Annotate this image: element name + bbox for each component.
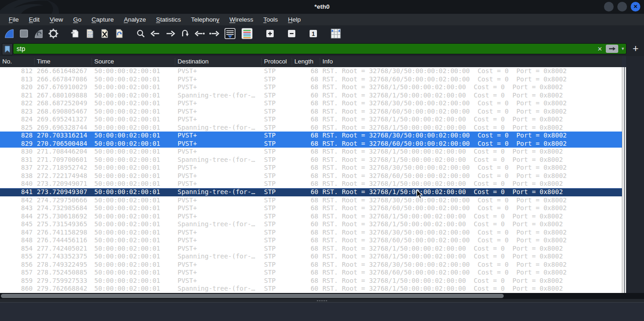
curved-arrow-icon	[180, 29, 190, 39]
window-title: *eth0	[0, 0, 644, 14]
close-button[interactable]: ✕	[631, 2, 640, 11]
menu-file[interactable]: File	[4, 15, 24, 24]
packet-row[interactable]: 838272.72217494850:00:00:02:00:01PVST+ST…	[0, 172, 622, 180]
arrow-left-icon	[150, 29, 161, 38]
packet-row[interactable]: 822268.68725204950:00:00:02:00:01PVST+ST…	[0, 99, 622, 108]
menu-telephony[interactable]: Telephony	[186, 15, 224, 24]
column-header-length[interactable]: Length	[292, 58, 320, 65]
packet-row[interactable]: 841273.72094930750:00:00:02:00:01Spannin…	[0, 188, 622, 196]
restart-fin-icon	[33, 28, 44, 39]
arrow-right-dot-icon	[208, 29, 220, 38]
packet-row[interactable]: 830271.70844620450:00:00:02:00:01PVST+ST…	[0, 148, 622, 156]
packet-row[interactable]: 837272.71895274250:00:00:02:00:01PVST+ST…	[0, 164, 622, 172]
filter-apply-button[interactable]	[606, 45, 618, 53]
menu-capture[interactable]: Capture	[86, 15, 119, 24]
detail-pane-empty	[0, 302, 644, 321]
column-header-no[interactable]: No.	[0, 58, 34, 65]
filter-bookmark-button[interactable]	[2, 43, 13, 55]
packet-row[interactable]: 824269.69524132750:00:00:02:00:01PVST+ST…	[0, 115, 622, 124]
pane-splitter[interactable]	[0, 299, 644, 302]
bookmark-icon	[5, 46, 10, 53]
resize-columns-icon	[329, 28, 342, 40]
menu-go[interactable]: Go	[68, 15, 86, 24]
column-header-destination[interactable]: Destination	[175, 58, 262, 65]
menu-view[interactable]: View	[45, 15, 68, 24]
packet-row[interactable]: 840273.72094907150:00:00:02:00:01PVST+ST…	[0, 180, 622, 188]
minimize-button[interactable]	[604, 2, 614, 11]
display-filter-input[interactable]	[13, 45, 595, 52]
packet-row[interactable]: 860279.76266884250:00:00:02:00:01Spannin…	[0, 285, 622, 293]
packet-row[interactable]: 823268.69080546750:00:00:02:00:01PVST+ST…	[0, 108, 622, 116]
packet-row[interactable]: 848276.74445611650:00:00:02:00:01PVST+ST…	[0, 236, 622, 245]
packet-row[interactable]: 820267.67691002950:00:00:02:00:01PVST+ST…	[0, 83, 622, 92]
packet-row[interactable]: 859279.75992753350:00:00:02:00:01PVST+ST…	[0, 277, 622, 285]
packet-row[interactable]: 843274.73298568450:00:00:02:00:01PVST+ST…	[0, 204, 622, 212]
filter-clear-icon[interactable]: ✕	[595, 46, 604, 52]
go-forward-button[interactable]	[163, 27, 177, 40]
arrow-right-icon	[165, 29, 176, 38]
right-panel-band	[626, 56, 644, 293]
zoom-in-button[interactable]	[263, 27, 276, 40]
vertical-scrollbar[interactable]	[622, 67, 626, 293]
menu-analyze[interactable]: Analyze	[119, 15, 151, 24]
horizontal-scrollbar-thumb[interactable]	[1, 294, 504, 298]
search-icon	[136, 29, 146, 39]
packet-row[interactable]: 856278.74932249550:00:00:02:00:01PVST+ST…	[0, 261, 622, 269]
horizontal-scrollbar[interactable]	[0, 293, 644, 299]
go-to-packet-button[interactable]	[178, 27, 191, 40]
packet-row[interactable]: 828270.70331621450:00:00:02:00:01PVST+ST…	[0, 132, 622, 140]
filter-add-button[interactable]: +	[632, 43, 638, 55]
packet-row[interactable]: 821267.68010988850:00:00:02:00:01Spannin…	[0, 92, 622, 100]
menu-help[interactable]: Help	[283, 15, 306, 24]
stop-capture-button[interactable]	[17, 27, 30, 40]
packet-row[interactable]: 825269.69632874450:00:00:02:00:01Spannin…	[0, 124, 622, 132]
vertical-scrollbar-thumb[interactable]	[624, 67, 625, 293]
packet-row[interactable]: 813266.66784708650:00:00:02:00:01PVST+ST…	[0, 75, 622, 84]
menu-wireless[interactable]: Wireless	[224, 15, 259, 24]
colorize-button[interactable]	[239, 27, 255, 40]
packet-row[interactable]: 829270.70650048450:00:00:02:00:01PVST+ST…	[0, 140, 622, 148]
packet-row[interactable]: 854277.74240502150:00:00:02:00:01PVST+ST…	[0, 245, 622, 253]
close-file-icon	[99, 28, 109, 39]
packet-row[interactable]: 842274.72975066650:00:00:02:00:01PVST+ST…	[0, 196, 622, 205]
open-file-button[interactable]	[68, 27, 81, 40]
column-header-time[interactable]: Time	[34, 58, 92, 65]
reload-file-icon	[114, 28, 124, 39]
go-back-button[interactable]	[149, 27, 162, 40]
menu-statistics[interactable]: Statistics	[151, 15, 186, 24]
open-file-icon	[70, 28, 80, 39]
shark-fin-icon	[4, 28, 15, 39]
go-first-packet-button[interactable]	[193, 27, 206, 40]
resize-columns-button[interactable]	[328, 27, 344, 40]
packet-row[interactable]: 812266.66164826750:00:00:02:00:01PVST+ST…	[0, 67, 622, 75]
close-file-button[interactable]	[98, 27, 111, 40]
zoom-out-button[interactable]	[285, 27, 298, 40]
column-header-info[interactable]: Info	[320, 58, 622, 65]
go-last-packet-button[interactable]	[207, 27, 221, 40]
auto-scroll-icon	[224, 28, 236, 40]
menu-edit[interactable]: Edit	[24, 15, 45, 24]
find-packet-button[interactable]	[134, 27, 147, 40]
zoom-out-icon	[287, 29, 296, 38]
start-capture-button[interactable]	[2, 27, 16, 40]
packet-row[interactable]: 845275.73154936550:00:00:02:00:01Spannin…	[0, 220, 622, 229]
packet-row[interactable]: 847276.74115829850:00:00:02:00:01PVST+ST…	[0, 229, 622, 237]
save-file-button[interactable]: 010101100101	[83, 27, 96, 40]
column-header-protocol[interactable]: Protocol	[262, 58, 292, 65]
gear-icon	[48, 28, 59, 39]
filter-dropdown-caret[interactable]: ▼	[620, 46, 626, 51]
apply-arrow-icon	[609, 46, 616, 51]
packet-row[interactable]: 857278.75245088550:00:00:02:00:01PVST+ST…	[0, 269, 622, 277]
reload-file-button[interactable]	[112, 27, 126, 40]
restart-capture-button[interactable]	[32, 27, 45, 40]
packet-row[interactable]: 844275.73061869250:00:00:02:00:01PVST+ST…	[0, 212, 622, 221]
menu-tools[interactable]: Tools	[259, 15, 283, 24]
zoom-original-button[interactable]: 1	[306, 27, 320, 40]
capture-options-button[interactable]	[46, 27, 60, 40]
packet-rows: 812266.66164826750:00:00:02:00:01PVST+ST…	[0, 67, 622, 293]
column-header-source[interactable]: Source	[92, 58, 175, 65]
packet-row[interactable]: 831271.70970060150:00:00:02:00:01Spannin…	[0, 156, 622, 164]
maximize-button[interactable]	[617, 2, 627, 11]
auto-scroll-button[interactable]	[222, 27, 238, 40]
packet-row[interactable]: 855277.74335237550:00:00:02:00:01Spannin…	[0, 252, 622, 261]
